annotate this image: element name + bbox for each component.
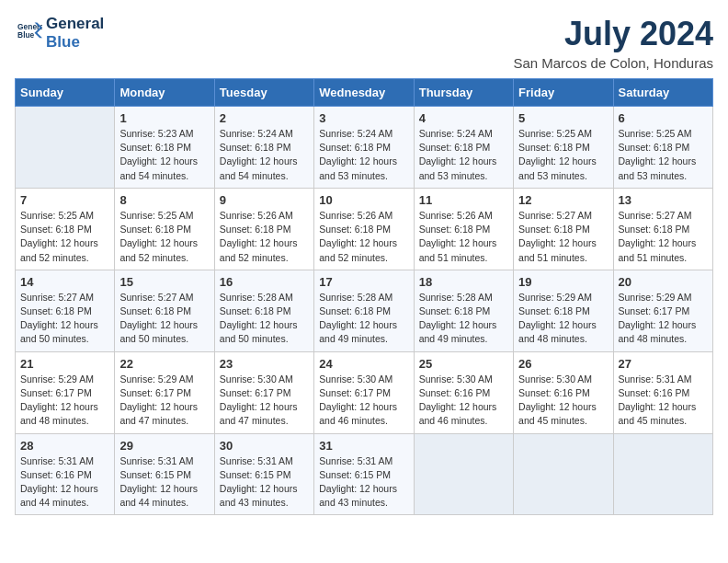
day-number: 4	[419, 111, 508, 125]
day-info: Sunrise: 5:25 AMSunset: 6:18 PMDaylight:…	[619, 127, 708, 183]
calendar-cell: 21Sunrise: 5:29 AMSunset: 6:17 PMDayligh…	[16, 351, 115, 433]
day-info: Sunrise: 5:25 AMSunset: 6:18 PMDaylight:…	[518, 127, 608, 183]
day-info: Sunrise: 5:31 AMSunset: 6:15 PMDaylight:…	[119, 454, 209, 511]
day-header-tuesday: Tuesday	[214, 79, 313, 107]
calendar-week-row: 28Sunrise: 5:31 AMSunset: 6:16 PMDayligh…	[16, 433, 713, 515]
day-number: 1	[119, 111, 209, 125]
calendar-cell: 6Sunrise: 5:25 AMSunset: 6:18 PMDaylight…	[613, 107, 712, 189]
header: General Blue General Blue July 2024 San …	[15, 15, 713, 71]
day-header-wednesday: Wednesday	[314, 79, 414, 107]
calendar-cell: 23Sunrise: 5:30 AMSunset: 6:17 PMDayligh…	[214, 351, 313, 433]
calendar-cell: 30Sunrise: 5:31 AMSunset: 6:15 PMDayligh…	[214, 433, 313, 515]
day-number: 12	[518, 193, 608, 207]
day-info: Sunrise: 5:29 AMSunset: 6:18 PMDaylight:…	[518, 291, 608, 347]
calendar-cell: 12Sunrise: 5:27 AMSunset: 6:18 PMDayligh…	[514, 188, 613, 270]
day-number: 24	[319, 357, 408, 371]
day-info: Sunrise: 5:31 AMSunset: 6:16 PMDaylight:…	[20, 454, 109, 511]
logo: General Blue General Blue	[15, 15, 104, 52]
day-number: 9	[220, 193, 309, 207]
day-number: 2	[220, 111, 309, 125]
calendar-cell: 8Sunrise: 5:25 AMSunset: 6:18 PMDaylight…	[115, 188, 214, 270]
calendar-cell: 13Sunrise: 5:27 AMSunset: 6:18 PMDayligh…	[613, 188, 712, 270]
logo-line2: Blue	[46, 33, 104, 52]
day-header-monday: Monday	[115, 79, 214, 107]
day-header-thursday: Thursday	[414, 79, 513, 107]
calendar-week-row: 21Sunrise: 5:29 AMSunset: 6:17 PMDayligh…	[16, 351, 713, 433]
day-info: Sunrise: 5:27 AMSunset: 6:18 PMDaylight:…	[20, 291, 109, 347]
calendar-header-row: SundayMondayTuesdayWednesdayThursdayFrid…	[16, 79, 713, 107]
calendar-cell: 17Sunrise: 5:28 AMSunset: 6:18 PMDayligh…	[314, 270, 414, 351]
calendar-cell: 31Sunrise: 5:31 AMSunset: 6:15 PMDayligh…	[314, 433, 414, 515]
day-number: 10	[319, 193, 408, 207]
day-number: 29	[119, 439, 209, 453]
title-area: July 2024 San Marcos de Colon, Honduras	[513, 15, 713, 71]
calendar-cell: 3Sunrise: 5:24 AMSunset: 6:18 PMDaylight…	[314, 107, 414, 189]
calendar-cell: 18Sunrise: 5:28 AMSunset: 6:18 PMDayligh…	[414, 270, 513, 351]
day-info: Sunrise: 5:31 AMSunset: 6:16 PMDaylight:…	[619, 373, 708, 429]
calendar-cell: 24Sunrise: 5:30 AMSunset: 6:17 PMDayligh…	[314, 351, 414, 433]
day-number: 18	[419, 275, 508, 289]
calendar-cell: 26Sunrise: 5:30 AMSunset: 6:16 PMDayligh…	[514, 351, 613, 433]
day-info: Sunrise: 5:27 AMSunset: 6:18 PMDaylight:…	[518, 209, 608, 265]
day-number: 16	[220, 275, 309, 289]
day-number: 22	[119, 357, 209, 371]
calendar-table: SundayMondayTuesdayWednesdayThursdayFrid…	[15, 78, 713, 515]
day-info: Sunrise: 5:25 AMSunset: 6:18 PMDaylight:…	[119, 209, 209, 265]
calendar-cell: 1Sunrise: 5:23 AMSunset: 6:18 PMDaylight…	[115, 107, 214, 189]
day-info: Sunrise: 5:29 AMSunset: 6:17 PMDaylight:…	[619, 291, 708, 347]
calendar-cell: 19Sunrise: 5:29 AMSunset: 6:18 PMDayligh…	[514, 270, 613, 351]
day-info: Sunrise: 5:28 AMSunset: 6:18 PMDaylight:…	[419, 291, 508, 347]
calendar-cell: 25Sunrise: 5:30 AMSunset: 6:16 PMDayligh…	[414, 351, 513, 433]
day-number: 26	[518, 357, 608, 371]
calendar-cell: 28Sunrise: 5:31 AMSunset: 6:16 PMDayligh…	[16, 433, 115, 515]
calendar-cell: 22Sunrise: 5:29 AMSunset: 6:17 PMDayligh…	[115, 351, 214, 433]
day-number: 5	[518, 111, 608, 125]
day-number: 17	[319, 275, 408, 289]
day-number: 15	[119, 275, 209, 289]
day-header-friday: Friday	[514, 79, 613, 107]
location-title: San Marcos de Colon, Honduras	[513, 55, 713, 71]
svg-text:Blue: Blue	[17, 31, 34, 40]
calendar-cell: 10Sunrise: 5:26 AMSunset: 6:18 PMDayligh…	[314, 188, 414, 270]
day-info: Sunrise: 5:29 AMSunset: 6:17 PMDaylight:…	[20, 373, 109, 429]
calendar-cell: 15Sunrise: 5:27 AMSunset: 6:18 PMDayligh…	[115, 270, 214, 351]
day-number: 8	[119, 193, 209, 207]
day-info: Sunrise: 5:26 AMSunset: 6:18 PMDaylight:…	[419, 209, 508, 265]
day-info: Sunrise: 5:24 AMSunset: 6:18 PMDaylight:…	[220, 127, 309, 183]
day-info: Sunrise: 5:29 AMSunset: 6:17 PMDaylight:…	[119, 373, 209, 429]
day-number: 28	[20, 439, 109, 453]
day-number: 6	[619, 111, 708, 125]
day-info: Sunrise: 5:31 AMSunset: 6:15 PMDaylight:…	[220, 454, 309, 511]
day-header-sunday: Sunday	[16, 79, 115, 107]
day-number: 31	[319, 439, 408, 453]
day-number: 21	[20, 357, 109, 371]
calendar-cell: 5Sunrise: 5:25 AMSunset: 6:18 PMDaylight…	[514, 107, 613, 189]
calendar-cell	[16, 107, 115, 189]
day-info: Sunrise: 5:28 AMSunset: 6:18 PMDaylight:…	[319, 291, 408, 347]
day-number: 23	[220, 357, 309, 371]
day-info: Sunrise: 5:23 AMSunset: 6:18 PMDaylight:…	[119, 127, 209, 183]
day-info: Sunrise: 5:30 AMSunset: 6:16 PMDaylight:…	[518, 373, 608, 429]
calendar-week-row: 14Sunrise: 5:27 AMSunset: 6:18 PMDayligh…	[16, 270, 713, 351]
day-number: 13	[619, 193, 708, 207]
day-number: 19	[518, 275, 608, 289]
calendar-cell: 9Sunrise: 5:26 AMSunset: 6:18 PMDaylight…	[214, 188, 313, 270]
day-info: Sunrise: 5:25 AMSunset: 6:18 PMDaylight:…	[20, 209, 109, 265]
calendar-cell: 20Sunrise: 5:29 AMSunset: 6:17 PMDayligh…	[613, 270, 712, 351]
calendar-cell	[613, 433, 712, 515]
month-title: July 2024	[513, 15, 713, 53]
logo-icon: General Blue	[17, 18, 42, 44]
day-header-saturday: Saturday	[613, 79, 712, 107]
day-info: Sunrise: 5:27 AMSunset: 6:18 PMDaylight:…	[619, 209, 708, 265]
day-info: Sunrise: 5:30 AMSunset: 6:17 PMDaylight:…	[319, 373, 408, 429]
day-info: Sunrise: 5:24 AMSunset: 6:18 PMDaylight:…	[419, 127, 508, 183]
calendar-cell	[514, 433, 613, 515]
day-info: Sunrise: 5:26 AMSunset: 6:18 PMDaylight:…	[220, 209, 309, 265]
calendar-week-row: 1Sunrise: 5:23 AMSunset: 6:18 PMDaylight…	[16, 107, 713, 189]
day-info: Sunrise: 5:24 AMSunset: 6:18 PMDaylight:…	[319, 127, 408, 183]
calendar-cell: 16Sunrise: 5:28 AMSunset: 6:18 PMDayligh…	[214, 270, 313, 351]
calendar-week-row: 7Sunrise: 5:25 AMSunset: 6:18 PMDaylight…	[16, 188, 713, 270]
calendar-cell: 4Sunrise: 5:24 AMSunset: 6:18 PMDaylight…	[414, 107, 513, 189]
day-info: Sunrise: 5:30 AMSunset: 6:17 PMDaylight:…	[220, 373, 309, 429]
calendar-cell: 29Sunrise: 5:31 AMSunset: 6:15 PMDayligh…	[115, 433, 214, 515]
